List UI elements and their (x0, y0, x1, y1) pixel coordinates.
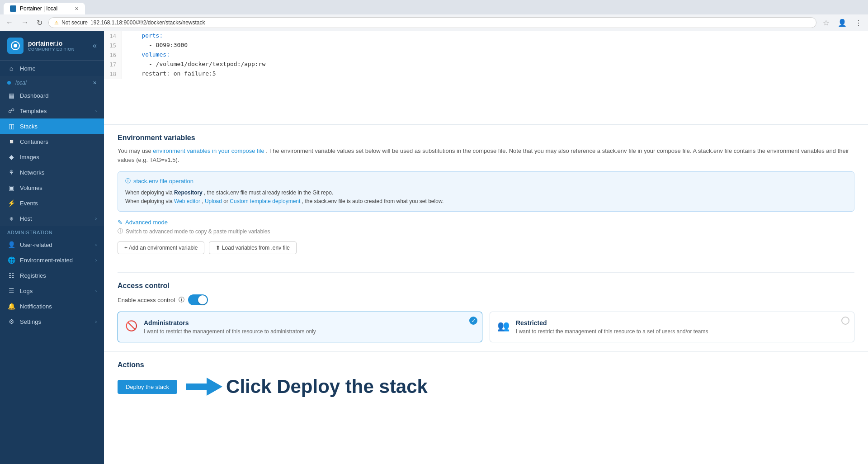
env-related-icon: 🌐 (7, 256, 15, 264)
env-variables-desc: You may use environment variables in you… (118, 147, 854, 164)
info-box-text-1: When deploying via Repository , the stac… (125, 189, 847, 197)
sidebar-user-related-label: User-related (20, 241, 91, 248)
sidebar-volumes-label: Volumes (20, 185, 97, 191)
address-text: 192.168.1.18:9000/#!/2/docker/stacks/new… (90, 19, 205, 26)
home-icon: ⌂ (7, 65, 15, 72)
add-env-variable-button[interactable]: + Add an environment variable (118, 241, 204, 254)
sidebar-item-notifications[interactable]: 🔔 Notifications (0, 298, 104, 314)
deploy-stack-button[interactable]: Deploy the stack (118, 380, 177, 394)
profile-button[interactable]: 👤 (835, 18, 849, 28)
access-control-title: Access control (118, 282, 854, 290)
sidebar-item-env-related[interactable]: 🌐 Environment-related › (0, 252, 104, 268)
registries-icon: ☷ (7, 272, 15, 279)
access-control-section: Access control Enable access control ⓘ 🚫… (104, 273, 868, 351)
sidebar-host-label: Host (20, 215, 91, 222)
stacks-icon: ◫ (7, 123, 15, 130)
custom-template-link[interactable]: Custom template deployment (230, 198, 300, 204)
sidebar-templates-label: Templates (20, 108, 91, 114)
env-variables-section: Environment variables You may use enviro… (104, 125, 868, 272)
env-related-chevron-icon: › (95, 258, 97, 263)
load-env-label: ⬆ Load variables from .env file (216, 245, 289, 251)
sidebar-item-containers[interactable]: ◽ Containers (0, 134, 104, 149)
sidebar-item-images[interactable]: ◆ Images (0, 149, 104, 165)
info-hint-icon: ⓘ (118, 227, 123, 235)
networks-icon: ⚘ (7, 169, 15, 176)
restricted-check (841, 317, 849, 325)
security-label: Not secure (61, 19, 88, 26)
sidebar-networks-label: Networks (20, 169, 97, 176)
advanced-mode-label: Advanced mode (125, 219, 168, 226)
upload-link[interactable]: Upload (205, 198, 222, 204)
sidebar-item-logs[interactable]: ☰ Logs › (0, 283, 104, 298)
access-cards-container: 🚫 Administrators I want to restrict the … (118, 312, 854, 342)
admin-section-header: Administration (0, 226, 104, 237)
switch-hint: ⓘ Switch to advanced mode to copy & past… (118, 227, 854, 235)
administrators-card-content: Administrators I want to restrict the ma… (144, 319, 475, 335)
logs-chevron-icon: › (95, 289, 97, 294)
forward-button[interactable]: → (19, 18, 31, 28)
env-buttons-group: + Add an environment variable ⬆ Load var… (118, 241, 854, 254)
sidebar-item-templates[interactable]: ☍ Templates › (0, 103, 104, 118)
restricted-title: Restricted (516, 319, 847, 327)
sidebar-images-label: Images (20, 154, 97, 161)
sidebar-notifications-label: Notifications (20, 303, 97, 310)
administrators-title: Administrators (144, 319, 475, 327)
logo-icon (7, 38, 24, 54)
sidebar-settings-label: Settings (20, 318, 91, 325)
back-button[interactable]: ← (4, 18, 15, 28)
sidebar-item-dashboard[interactable]: ▦ Dashboard (0, 88, 104, 103)
reload-button[interactable]: ↻ (34, 18, 45, 28)
svg-point-1 (14, 44, 17, 47)
env-variables-link[interactable]: environment variables in your compose fi… (153, 147, 264, 154)
sidebar-item-stacks[interactable]: ◫ Stacks (0, 118, 104, 134)
sidebar-events-label: Events (20, 200, 97, 207)
sidebar-collapse-button[interactable]: « (93, 42, 97, 50)
templates-chevron-icon: › (95, 109, 97, 114)
actions-row: Deploy the stack Click Deploy the stack (118, 375, 854, 398)
actions-section: Actions Deploy the stack Click Deploy th… (104, 352, 868, 412)
info-box-title: ⓘ stack.env file operation (125, 177, 847, 185)
sidebar-containers-label: Containers (20, 138, 97, 145)
restricted-desc: I want to restrict the management of thi… (516, 328, 847, 335)
restricted-card[interactable]: 👥 Restricted I want to restrict the mana… (490, 312, 854, 342)
code-line-14: 14 ports: (104, 31, 868, 41)
bookmark-button[interactable]: ☆ (820, 18, 832, 28)
advanced-mode-toggle[interactable]: ✎ Advanced mode (118, 219, 854, 226)
access-control-toggle[interactable] (188, 294, 208, 305)
menu-button[interactable]: ⋮ (853, 18, 864, 28)
restricted-icon: 👥 (497, 320, 509, 332)
env-close-button[interactable]: ✕ (93, 80, 97, 86)
load-env-file-button[interactable]: ⬆ Load variables from .env file (209, 241, 296, 254)
tab-favicon (10, 5, 16, 12)
host-chevron-icon: › (95, 216, 97, 221)
administrators-card[interactable]: 🚫 Administrators I want to restrict the … (118, 312, 482, 342)
web-editor-link[interactable]: Web editor (174, 198, 200, 204)
actions-title: Actions (118, 361, 854, 369)
env-indicator (7, 81, 11, 85)
sidebar-item-host[interactable]: ⎈ Host › (0, 211, 104, 226)
sidebar-item-events[interactable]: ⚡ Events (0, 195, 104, 211)
sidebar-home-label: Home (20, 65, 97, 72)
logo-main-text: portainer.io (28, 40, 75, 47)
address-bar[interactable]: ⚠ Not secure 192.168.1.18:9000/#!/2/dock… (48, 17, 816, 28)
code-editor[interactable]: 14 ports: 15 - 8099:3000 16 volumes: 17 … (104, 31, 868, 124)
env-desc-pre: You may use (118, 147, 153, 154)
sidebar-item-user-related[interactable]: 👤 User-related › (0, 237, 104, 252)
access-info-icon: ⓘ (179, 296, 184, 304)
sidebar-item-registries[interactable]: ☷ Registries (0, 268, 104, 283)
sidebar-item-settings[interactable]: ⚙ Settings › (0, 314, 104, 329)
administrators-desc: I want to restrict the management of thi… (144, 328, 475, 335)
host-icon: ⎈ (7, 215, 15, 222)
edit-icon: ✎ (118, 219, 123, 226)
click-deploy-text: Click Deploy the stack (226, 376, 428, 398)
sidebar-item-networks[interactable]: ⚘ Networks (0, 165, 104, 180)
sidebar-item-home[interactable]: ⌂ Home (0, 61, 104, 76)
code-line-18: 18 restart: on-failure:5 (104, 69, 868, 79)
security-icon: ⚠ (54, 20, 59, 26)
templates-icon: ☍ (7, 107, 15, 114)
svg-marker-2 (186, 378, 222, 396)
tab-close-button[interactable]: ✕ (75, 6, 79, 12)
sidebar-item-volumes[interactable]: ▣ Volumes (0, 180, 104, 195)
content-wrapper: 14 ports: 15 - 8099:3000 16 volumes: 17 … (104, 31, 868, 464)
env-variables-title: Environment variables (118, 134, 854, 142)
